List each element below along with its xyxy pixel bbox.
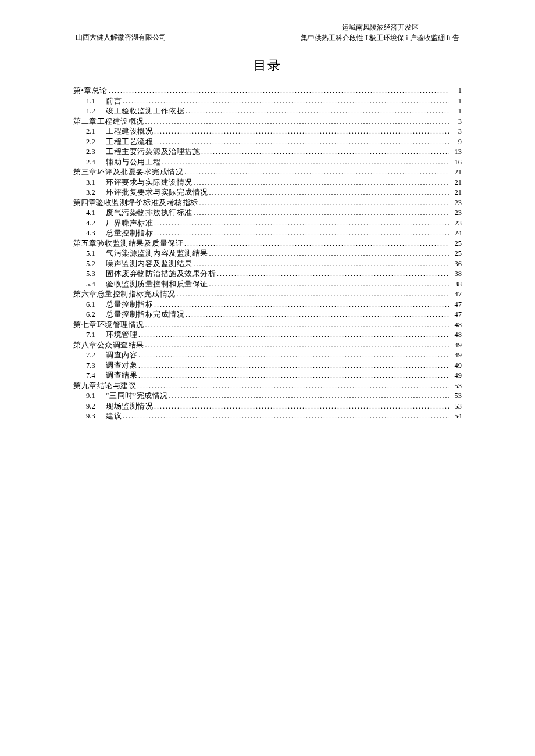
toc-entry-label: 建议 — [106, 413, 122, 420]
toc-entry-number: 4.2 — [86, 220, 106, 227]
toc-entry-number: 1.2 — [86, 108, 106, 115]
toc-entry-label: 辅助与公用工程 — [106, 159, 161, 166]
toc-entry: 1.1前言1 — [73, 98, 462, 105]
header-right-line2: 集中供热工科介段性 I 极工环境保 i 户验收监硼 ft 告 — [301, 33, 459, 43]
toc-entry-page: 47 — [450, 291, 462, 298]
toc-entry: 第二章工程建设概况3 — [73, 118, 462, 126]
toc-entry-label: 环境管理 — [106, 331, 137, 339]
toc-entry: 第九章结论与建议53 — [73, 382, 462, 390]
toc-entry: 2.2工程工艺流程9 — [73, 138, 462, 146]
toc-entry-page: 3 — [450, 118, 462, 126]
toc-entry-page: 21 — [450, 189, 462, 196]
toc-entry-label: “三同时”完成情况 — [106, 392, 168, 400]
toc-entry-label: 工程建设概况 — [106, 128, 153, 135]
toc-leader-dots — [184, 240, 449, 247]
toc-leader-dots — [209, 281, 450, 288]
toc-entry-page: 47 — [450, 301, 462, 309]
toc-leader-dots — [145, 118, 450, 125]
toc-entry-number: 1.1 — [86, 98, 106, 105]
toc-entry-number: 3.2 — [86, 189, 106, 196]
toc-entry: 4.1废气污染物排放执行标准23 — [73, 209, 462, 217]
toc-entry-page: 21 — [450, 169, 462, 176]
toc-entry-page: 3 — [450, 128, 462, 135]
toc-entry: 7.2调查内容49 — [73, 352, 462, 359]
toc-entry-label: 第六章总量控制指标完成情况 — [73, 291, 176, 298]
header-left: 山西大健人解微咨湖有限公司 — [76, 32, 166, 43]
toc-leader-dots — [199, 199, 450, 206]
toc-entry-number: 9.2 — [86, 403, 106, 410]
toc-entry-label: 工程工艺流程 — [106, 138, 153, 146]
toc-entry-number: 4.1 — [86, 209, 106, 217]
toc-leader-dots — [194, 179, 450, 186]
toc-leader-dots — [154, 138, 449, 145]
toc-entry-page: 13 — [450, 148, 462, 156]
toc-leader-dots — [177, 291, 450, 298]
toc-entry-page: 1 — [450, 87, 462, 95]
toc-entry-page: 24 — [450, 230, 462, 237]
toc-entry: 5.3固体废弃物防治措施及效果分析38 — [73, 270, 462, 278]
toc-entry-label: 总量控制指标 — [106, 301, 153, 309]
toc-title: 目录 — [70, 57, 465, 74]
toc-entry: 9.1“三同时”完成情况53 — [73, 392, 462, 400]
toc-leader-dots — [138, 352, 449, 359]
toc-entry-page: 9 — [450, 138, 462, 146]
toc-entry-page: 16 — [450, 159, 462, 166]
toc-entry-page: 53 — [450, 392, 462, 400]
toc-entry: 9.3建议54 — [73, 413, 462, 420]
toc-entry-page: 49 — [450, 362, 462, 370]
toc-entry-page: 23 — [450, 220, 462, 227]
toc-entry: 第六章总量控制指标完成情况47 — [73, 291, 462, 298]
toc-entry-page: 49 — [450, 352, 462, 359]
toc-entry-page: 49 — [450, 372, 462, 379]
toc-leader-dots — [217, 270, 449, 277]
toc-entry: 5.1气污染源监测内容及监测结果25 — [73, 250, 462, 257]
toc-leader-dots — [154, 403, 449, 410]
toc-entry: 2.3工程主要污染源及治理措施13 — [73, 148, 462, 156]
toc-entry-number: 9.3 — [86, 413, 106, 420]
page-header: 山西大健人解微咨湖有限公司 运城南凤陵波经济开发区 集中供热工科介段性 I 极工… — [70, 22, 465, 46]
toc-entry-page: 53 — [450, 382, 462, 390]
toc-leader-dots — [186, 311, 449, 318]
toc-entry-label: 环评要求与实际建设情况 — [106, 179, 192, 187]
toc-entry-number: 2.4 — [86, 159, 106, 166]
toc-leader-dots — [184, 169, 449, 175]
toc-entry: 7.3调查对象49 — [73, 362, 462, 370]
toc-entry-page: 38 — [450, 281, 462, 288]
toc-entry-label: 环评批复要求与实际完成情况 — [106, 189, 208, 196]
toc-entry-page: 1 — [450, 108, 462, 115]
toc-entry-label: 总量控制指标完成情况 — [106, 311, 184, 318]
toc-leader-dots — [154, 220, 449, 227]
toc-entry-label: 总量控制指标 — [106, 230, 153, 237]
toc-leader-dots — [138, 362, 449, 369]
toc-leader-dots — [154, 128, 449, 135]
toc-entry: 4.3总量控制指标24 — [73, 230, 462, 237]
toc-leader-dots — [154, 230, 449, 237]
toc-entry-label: 调查内容 — [106, 352, 137, 359]
toc-entry-label: 第二章工程建设概况 — [73, 118, 144, 126]
toc-entry-number: 4.3 — [86, 230, 106, 237]
toc-entry-label: 第三章环评及批夏要求完成情况 — [73, 169, 183, 176]
toc-leader-dots — [123, 98, 449, 105]
toc-leader-dots — [194, 260, 450, 267]
toc-entry-label: 废气污染物排放执行标准 — [106, 209, 192, 217]
toc-entry-number: 3.1 — [86, 179, 106, 187]
toc-entry-page: 25 — [450, 250, 462, 257]
toc-leader-dots — [123, 413, 449, 420]
toc-entry-number: 6.2 — [86, 311, 106, 318]
toc-entry: 7.1环境管理48 — [73, 331, 462, 339]
toc-entry-number: 第四章 — [73, 199, 96, 207]
toc-entry-label: 调查结果 — [106, 372, 137, 379]
toc-entry-label: 竣工验收监测工作依据 — [106, 108, 184, 115]
toc-leader-dots — [109, 87, 449, 94]
toc-entry-number: 5.4 — [86, 281, 106, 288]
toc-entry: 第四章验收监测坪价标准及考核指标23 — [73, 199, 462, 207]
toc-entry-label: 前言 — [106, 98, 122, 105]
toc-entry-page: 23 — [450, 199, 462, 207]
toc-entry: 5.2噪声监测内容及监测结果36 — [73, 260, 462, 268]
toc-entry: 4.2厂界噪声标准23 — [73, 220, 462, 227]
toc-entry: 9.2现场监测情况53 — [73, 403, 462, 410]
toc-entry-number: 7.3 — [86, 362, 106, 370]
toc-entry-label: 气污染源监测内容及监测结果 — [106, 250, 208, 257]
toc-entry-page: 54 — [450, 413, 462, 420]
toc-leader-dots — [209, 250, 450, 257]
